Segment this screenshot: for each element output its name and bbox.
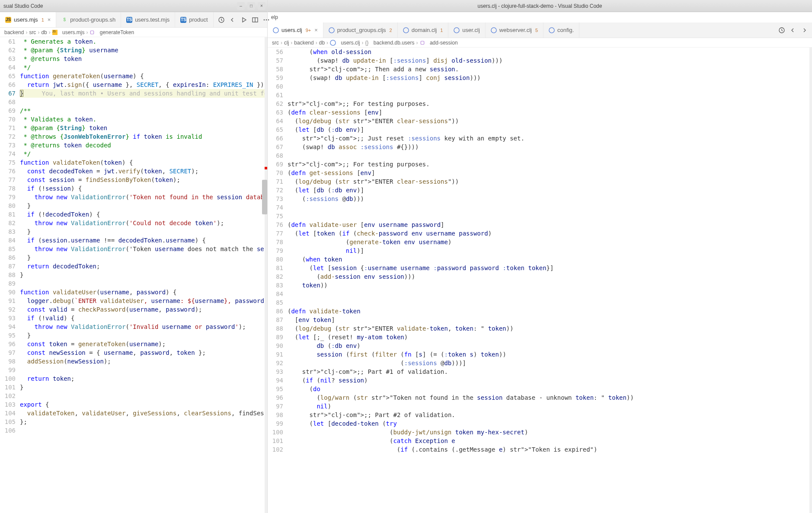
tab-users-clj[interactable]: users.clj 9+ × bbox=[268, 22, 323, 38]
right-tabbar: users.clj 9+ × product_groups.cljs 2 dom… bbox=[268, 22, 812, 38]
ts-file-icon: TS bbox=[126, 17, 132, 23]
right-scrollbar[interactable] bbox=[809, 48, 812, 513]
tab-product-groups-cljs[interactable]: product_groups.cljs 2 bbox=[323, 22, 398, 38]
history-icon[interactable] bbox=[778, 27, 785, 34]
method-icon bbox=[420, 40, 425, 45]
tab-label: users.clj bbox=[281, 27, 302, 33]
crumb-clj[interactable]: clj bbox=[284, 40, 289, 46]
tab-label: product_groups.cljs bbox=[337, 27, 386, 33]
tab-dirty-indicator: 1 bbox=[42, 17, 44, 22]
svg-point-4 bbox=[268, 19, 269, 20]
close-tab-icon[interactable]: × bbox=[47, 16, 51, 23]
tab-label: webserver.clj bbox=[499, 27, 532, 33]
ts-file-icon: TS bbox=[180, 17, 186, 23]
run-icon[interactable] bbox=[240, 16, 247, 23]
svg-point-11 bbox=[549, 27, 554, 32]
svg-rect-14 bbox=[421, 41, 424, 45]
left-editor[interactable]: 6162636465666768697071727374757677787980… bbox=[0, 37, 267, 513]
error-marker[interactable] bbox=[265, 167, 267, 169]
crumb-namespace[interactable]: {} backend.db.users bbox=[365, 40, 414, 46]
js-file-icon: JS bbox=[5, 17, 11, 23]
tab-config[interactable]: config. bbox=[543, 22, 579, 38]
tab-dirty-indicator: 2 bbox=[390, 28, 392, 33]
tab-domain-clj[interactable]: domain.clj 1 bbox=[398, 22, 449, 38]
go-forward-icon[interactable] bbox=[801, 27, 808, 34]
clojure-file-icon bbox=[403, 27, 409, 33]
svg-point-7 bbox=[329, 27, 334, 32]
crumb-backend[interactable]: backend bbox=[294, 40, 313, 46]
right-line-gutter: 5657585960616263646566676869707172737475… bbox=[268, 48, 288, 513]
right-code-area[interactable]: (when old-session (swap! db update-in [:… bbox=[288, 48, 809, 513]
crumb-src[interactable]: src bbox=[29, 29, 36, 35]
svg-point-10 bbox=[491, 27, 496, 32]
tab-webserver-clj[interactable]: webserver.clj 5 bbox=[486, 22, 543, 38]
close-window-button[interactable]: × bbox=[258, 2, 265, 10]
tab-label: product-groups.sh bbox=[70, 16, 115, 23]
right-tab-actions bbox=[774, 22, 812, 38]
svg-point-9 bbox=[454, 27, 459, 32]
crumb-db[interactable]: db bbox=[319, 40, 325, 46]
tab-user-clj[interactable]: user.clj bbox=[448, 22, 485, 38]
clojure-file-icon bbox=[491, 27, 497, 33]
right-breadcrumbs: src› clj› backend› db› users.clj› {} bac… bbox=[268, 38, 812, 48]
tab-product[interactable]: TS product bbox=[175, 12, 213, 27]
svg-point-13 bbox=[330, 40, 336, 45]
left-code-area[interactable]: * Generates a token. * @param {String} u… bbox=[20, 37, 265, 513]
tab-dirty-indicator: 1 bbox=[440, 28, 443, 33]
left-breadcrumbs: backend› src› db› JS users.mjs› generate… bbox=[0, 28, 267, 37]
clojure-file-icon bbox=[329, 27, 335, 33]
tab-product-groups-sh[interactable]: $ product-groups.sh bbox=[56, 12, 121, 27]
history-icon[interactable] bbox=[218, 16, 225, 23]
left-titlebar: sual Studio Code – □ × bbox=[0, 0, 267, 12]
tab-label: users.mjs bbox=[14, 16, 38, 23]
tab-dirty-indicator: 5 bbox=[535, 28, 538, 33]
svg-point-2 bbox=[263, 19, 265, 20]
close-tab-icon[interactable]: × bbox=[313, 27, 318, 33]
left-window-title: sual Studio Code bbox=[0, 3, 267, 9]
right-window-title: users.clj - clojure-full-stack-demo - Vi… bbox=[268, 3, 812, 9]
clojure-file-icon bbox=[330, 40, 336, 46]
crumb-symbol[interactable]: add-session bbox=[420, 40, 458, 46]
right-titlebar: users.clj - clojure-full-stack-demo - Vi… bbox=[268, 0, 812, 12]
maximize-button[interactable]: □ bbox=[247, 2, 255, 10]
crumb-file[interactable]: users.clj bbox=[330, 40, 360, 46]
scroll-thumb[interactable] bbox=[262, 180, 267, 214]
left-tabbar: JS users.mjs 1 × $ product-groups.sh TS … bbox=[0, 12, 267, 28]
method-icon bbox=[90, 30, 95, 35]
svg-point-3 bbox=[265, 19, 267, 20]
right-editor[interactable]: 5657585960616263646566676869707172737475… bbox=[268, 48, 812, 513]
tab-users-test-mjs[interactable]: TS users.test.mjs bbox=[121, 12, 175, 27]
svg-point-8 bbox=[403, 27, 409, 32]
left-vscode-window: sual Studio Code – □ × JS users.mjs 1 × … bbox=[0, 0, 268, 513]
clojure-file-icon bbox=[273, 27, 279, 33]
left-window-controls: – □ × bbox=[237, 2, 265, 10]
split-editor-icon[interactable] bbox=[252, 16, 259, 23]
shell-file-icon: $ bbox=[61, 17, 67, 23]
left-tab-actions bbox=[214, 12, 274, 27]
clojure-file-icon bbox=[549, 27, 555, 33]
tab-users-mjs[interactable]: JS users.mjs 1 × bbox=[0, 12, 56, 27]
clojure-file-icon bbox=[454, 27, 460, 33]
right-vscode-window: users.clj - clojure-full-stack-demo - Vi… bbox=[268, 0, 812, 513]
go-back-icon[interactable] bbox=[790, 27, 796, 34]
tab-label: domain.clj bbox=[412, 27, 437, 33]
tab-label: config. bbox=[557, 27, 574, 33]
tab-dirty-indicator: 9+ bbox=[306, 28, 311, 33]
go-back-icon[interactable] bbox=[229, 16, 236, 23]
crumb-backend[interactable]: backend bbox=[4, 29, 24, 35]
right-menubar: elp bbox=[268, 12, 812, 22]
left-line-gutter: 6162636465666768697071727374757677787980… bbox=[0, 37, 20, 513]
js-file-icon: JS bbox=[52, 30, 58, 35]
crumb-file[interactable]: JS users.mjs bbox=[52, 29, 85, 35]
left-scrollbar[interactable] bbox=[265, 37, 267, 513]
crumb-src[interactable]: src bbox=[272, 40, 279, 46]
minimize-button[interactable]: – bbox=[237, 2, 245, 10]
tab-label: users.test.mjs bbox=[135, 16, 169, 23]
tab-label: product bbox=[189, 16, 208, 23]
svg-rect-5 bbox=[91, 31, 94, 34]
tab-label: user.clj bbox=[462, 27, 480, 33]
crumb-symbol[interactable]: generateToken bbox=[90, 29, 134, 35]
crumb-db[interactable]: db bbox=[41, 29, 47, 35]
svg-point-6 bbox=[273, 27, 278, 32]
